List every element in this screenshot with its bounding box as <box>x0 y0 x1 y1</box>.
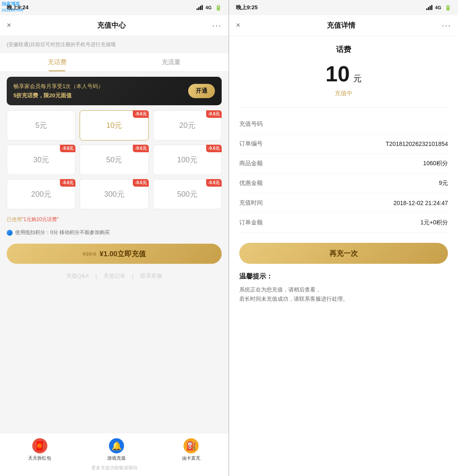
amount-grid: 5元 -9.6元 10元 -9.6元 20元 -9.6元 30元 -9.6元 5… <box>0 110 228 209</box>
amount-unit: 元 <box>353 74 362 83</box>
network-type: 4G <box>205 5 212 10</box>
footer-links: 充值Q&A | 充值记录 | 联系客服 <box>0 268 228 284</box>
bottom-nav-items: 🧧 天天拆红包 🔔 游戏充值 ⛽ 油卡直充 <box>0 438 228 461</box>
red-envelope-icon: 🧧 <box>32 438 47 453</box>
detail-value-price: 1060积分 <box>423 160 448 167</box>
original-price: ¥10.6 <box>83 251 96 257</box>
left-status-bar: 晚上9:24 4G 🔋 <box>0 0 228 15</box>
discount-badge-10: -9.6元 <box>133 110 148 118</box>
nav-item-game[interactable]: 🔔 游戏充值 <box>107 438 126 461</box>
discount-badge-20: -9.6元 <box>206 110 222 118</box>
amount-number: 10 <box>326 62 350 86</box>
right-status-icons: 4G 🔋 <box>426 5 451 11</box>
detail-row-price: 商品金额 1060积分 <box>239 154 448 174</box>
close-button[interactable]: × <box>7 21 11 30</box>
recharge-type-label: 话费 <box>239 44 448 55</box>
amount-100[interactable]: -9.6元 100元 <box>153 145 222 175</box>
amount-200[interactable]: -9.6元 200元 <box>7 179 75 209</box>
discount-badge-30: -9.6元 <box>60 145 75 152</box>
nav-item-oil[interactable]: ⛽ 油卡直充 <box>182 438 200 461</box>
amount-500[interactable]: -9.6元 500元 <box>153 179 222 209</box>
points-text: 使用抵扣积分：0分 移动积分不能参加购买 <box>15 229 110 236</box>
detail-row-discount: 优惠金额 9元 <box>239 174 448 193</box>
detail-row-order: 订单编号 T201812026232101854 <box>239 134 448 154</box>
discount-badge-100: -9.6元 <box>206 145 222 152</box>
pay-main-label: ¥1.00立即充值 <box>100 249 146 259</box>
nav-item-red-envelope[interactable]: 🧧 天天拆红包 <box>28 438 51 461</box>
recharge-again-button[interactable]: 再充一次 <box>239 243 448 264</box>
status-badge: 充值中 <box>239 90 448 97</box>
amount-50[interactable]: -9.6元 50元 <box>80 145 148 175</box>
more-button[interactable]: ··· <box>212 21 222 30</box>
recharge-amount: 10 元 <box>239 61 448 86</box>
promo-title: 畅享家会员每月享受1次（本人号码） <box>13 83 104 90</box>
right-close-button[interactable]: × <box>236 21 241 30</box>
detail-label-total: 订单金额 <box>239 219 263 226</box>
left-panel: 独家博客 zzzzzz.me 晚上9:24 4G 🔋 × 充值中心 ··· <box>0 0 228 476</box>
detail-label-price: 商品金额 <box>239 160 263 167</box>
right-panel: 晚上9:25 4G 🔋 × 充值详情 ··· 话费 10 <box>229 0 458 476</box>
tab-recharge-phone[interactable]: 充话费 <box>0 53 114 71</box>
battery-icon: 🔋 <box>215 5 222 11</box>
tab-recharge-data[interactable]: 充流量 <box>114 53 229 71</box>
detail-row-time: 充值时间 2018-12-02 21:24:47 <box>239 193 448 213</box>
right-battery-icon: 🔋 <box>445 5 451 11</box>
detail-label-phone: 充值号码 <box>239 120 263 128</box>
amount-300[interactable]: -9.6元 300元 <box>80 179 148 209</box>
detail-label-discount: 优惠金额 <box>239 179 263 187</box>
pay-button[interactable]: ¥10.6 ¥1.00立即充值 <box>7 244 222 264</box>
detail-section: 充值号码 订单编号 T201812026232101854 商品金额 1060积… <box>239 107 448 233</box>
right-status-bar: 晚上9:25 4G 🔋 <box>229 0 458 15</box>
detail-value-order: T201812026232101854 <box>386 140 448 147</box>
nav-label-red: 天天拆红包 <box>28 455 51 461</box>
promo-text: 畅享家会员每月享受1次（本人号码） 5折充话费，限20元面值 <box>13 83 104 99</box>
nav-label-oil: 油卡直充 <box>182 455 200 461</box>
footer-link-records[interactable]: 充值记录 <box>104 272 125 280</box>
tip-title: 温馨提示： <box>239 272 448 281</box>
left-status-icons: 4G 🔋 <box>197 5 222 11</box>
bottom-nav: 🧧 天天拆红包 🔔 游戏充值 ⛽ 油卡直充 更多充值功能敬请期待 <box>0 433 228 476</box>
tabs: 充话费 充流量 <box>0 53 228 72</box>
right-network-type: 4G <box>435 5 441 10</box>
bottom-nav-hint: 更多充值功能敬请期待 <box>0 461 228 473</box>
left-nav-bar: × 充值中心 ··· <box>0 15 228 36</box>
footer-sep-2: | <box>132 273 133 279</box>
right-nav-bar: × 充值详情 ··· <box>229 15 458 36</box>
amount-20[interactable]: -9.6元 20元 <box>153 110 222 140</box>
amount-10[interactable]: -9.6元 10元 <box>80 110 148 140</box>
detail-label-order: 订单编号 <box>239 140 263 148</box>
points-icon <box>7 230 13 236</box>
detail-row-phone: 充值号码 <box>239 114 448 134</box>
tip-text: 系统正在为您充值，请稍后查看，若长时间未充值成功，请联系客服进行处理。 <box>239 285 448 304</box>
discount-badge-500: -9.6元 <box>206 179 222 187</box>
discount-badge-300: -9.6元 <box>133 179 148 187</box>
detail-value-total: 1元+0积分 <box>420 219 448 226</box>
discount-badge-50: -9.6元 <box>133 145 148 152</box>
coupon-row: 已使用"1元购10元话费" <box>0 213 228 226</box>
footer-link-qa[interactable]: 充值Q&A <box>66 272 88 280</box>
tip-section: 温馨提示： 系统正在为您充值，请稍后查看，若长时间未充值成功，请联系客服进行处理… <box>239 272 448 304</box>
right-signal-icon <box>426 5 432 10</box>
watermark: 独家博客 zzzzzz.me <box>0 0 25 14</box>
notice-bar: (安徽联通)目前仅可对您注册的手机号进行充值哦 <box>0 36 228 53</box>
signal-icon <box>197 5 203 10</box>
discount-badge-200: -9.6元 <box>60 179 75 187</box>
amount-30[interactable]: -9.6元 30元 <box>7 145 75 175</box>
detail-label-time: 充值时间 <box>239 199 263 207</box>
detail-row-total: 订单金额 1元+0积分 <box>239 213 448 233</box>
right-more-button[interactable]: ··· <box>442 21 451 30</box>
promo-banner: 畅享家会员每月享受1次（本人号码） 5折充话费，限20元面值 开通 <box>7 77 222 105</box>
right-content: 话费 10 元 充值中 充值号码 订单编号 T20181202623210185… <box>229 36 458 476</box>
footer-link-support[interactable]: 联系客服 <box>140 272 162 280</box>
right-page-title: 充值详情 <box>327 21 355 30</box>
promo-button[interactable]: 开通 <box>188 84 215 98</box>
promo-subtitle: 5折充话费，限20元面值 <box>13 92 104 99</box>
oil-icon: ⛽ <box>184 438 199 453</box>
page-title: 充值中心 <box>97 21 126 30</box>
amount-5[interactable]: 5元 <box>7 110 75 140</box>
footer-sep-1: | <box>96 273 97 279</box>
detail-value-discount: 9元 <box>439 179 448 187</box>
points-row: 使用抵扣积分：0分 移动积分不能参加购买 <box>0 226 228 239</box>
right-status-time: 晚上9:25 <box>236 4 258 11</box>
detail-value-time: 2018-12-02 21:24:47 <box>393 200 448 206</box>
